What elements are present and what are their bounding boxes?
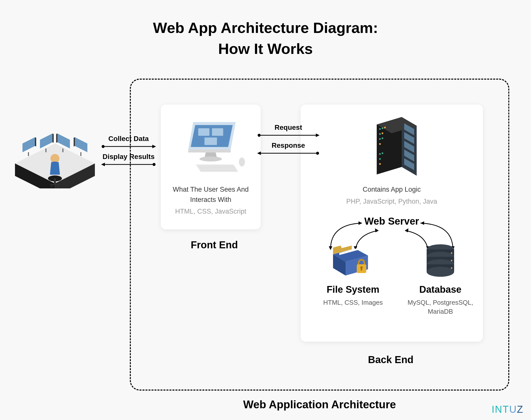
svg-marker-3 <box>22 137 35 152</box>
svg-rect-52 <box>379 163 381 165</box>
svg-rect-73 <box>361 268 362 271</box>
svg-marker-58 <box>358 221 362 225</box>
svg-marker-64 <box>405 228 408 232</box>
backend-card: Contains App Logic PHP, JavaScript, Pyth… <box>301 105 483 342</box>
svg-marker-32 <box>196 164 238 172</box>
database-icon <box>405 242 475 279</box>
svg-marker-10 <box>56 134 57 143</box>
svg-rect-46 <box>379 138 381 140</box>
svg-rect-41 <box>379 128 381 130</box>
architecture-label: Web Application Architecture <box>131 398 508 411</box>
brand-logo: INTUZ <box>492 404 524 415</box>
svg-point-84 <box>258 134 261 137</box>
svg-point-81 <box>451 252 452 254</box>
response-label: Response <box>263 141 313 149</box>
user-workstation-icon <box>12 126 97 188</box>
svg-rect-50 <box>382 152 383 154</box>
svg-rect-28 <box>204 138 217 145</box>
svg-marker-7 <box>52 134 54 143</box>
svg-rect-17 <box>54 178 56 185</box>
server-icon <box>308 112 475 182</box>
svg-point-31 <box>199 156 222 161</box>
svg-marker-86 <box>316 134 320 137</box>
database-section: Database MySQL, PostgresSQL, MariaDB <box>405 242 475 316</box>
svg-rect-44 <box>379 133 381 135</box>
svg-marker-87 <box>257 151 261 155</box>
backend-label: Back End <box>368 354 413 365</box>
svg-point-83 <box>451 267 452 269</box>
svg-point-37 <box>239 157 245 166</box>
svg-rect-49 <box>379 153 381 155</box>
folder-lock-icon <box>316 242 390 279</box>
monitor-icon <box>168 112 253 182</box>
svg-rect-14 <box>80 152 81 156</box>
backend-server-description: Contains App Logic <box>308 184 475 195</box>
svg-point-82 <box>451 260 452 261</box>
backend-server-tech: PHP, JavaScript, Python, Java <box>308 198 475 205</box>
filesystem-tech: HTML, CSS, Images <box>316 298 390 307</box>
frontend-tech: HTML, CSS, JavaScript <box>168 208 253 215</box>
svg-rect-47 <box>382 138 383 139</box>
frontend-backend-arrows: Request Response <box>263 124 313 157</box>
svg-rect-42 <box>382 128 383 129</box>
svg-point-80 <box>427 267 454 277</box>
svg-marker-62 <box>420 221 424 225</box>
svg-rect-11 <box>62 148 63 152</box>
svg-point-89 <box>316 152 319 155</box>
frontend-label: Front End <box>191 239 238 251</box>
architecture-boundary: Web Application Architecture <box>130 79 509 391</box>
database-title: Database <box>405 284 475 295</box>
svg-marker-13 <box>74 137 75 146</box>
frontend-card: What The User Sees And Interacts With HT… <box>161 105 261 229</box>
svg-point-18 <box>102 145 105 148</box>
svg-marker-12 <box>75 137 87 152</box>
svg-marker-21 <box>101 163 105 166</box>
svg-rect-45 <box>382 133 383 134</box>
svg-rect-26 <box>198 128 209 136</box>
filesystem-section: File System HTML, CSS, Images <box>316 242 390 307</box>
svg-rect-8 <box>45 148 46 152</box>
svg-rect-51 <box>379 158 381 160</box>
svg-marker-4 <box>35 137 36 146</box>
database-tech: MySQL, PostgresSQL, MariaDB <box>405 298 475 316</box>
request-label: Request <box>263 124 313 132</box>
diagram-title: Web App Architecture Diagram: How It Wor… <box>0 0 531 59</box>
filesystem-title: File System <box>316 284 390 295</box>
svg-rect-27 <box>212 128 223 136</box>
svg-rect-5 <box>28 152 29 156</box>
svg-rect-48 <box>379 143 381 145</box>
svg-rect-43 <box>384 127 386 128</box>
svg-marker-29 <box>188 149 231 152</box>
frontend-description: What The User Sees And Interacts With <box>168 184 253 205</box>
svg-marker-60 <box>375 228 379 232</box>
